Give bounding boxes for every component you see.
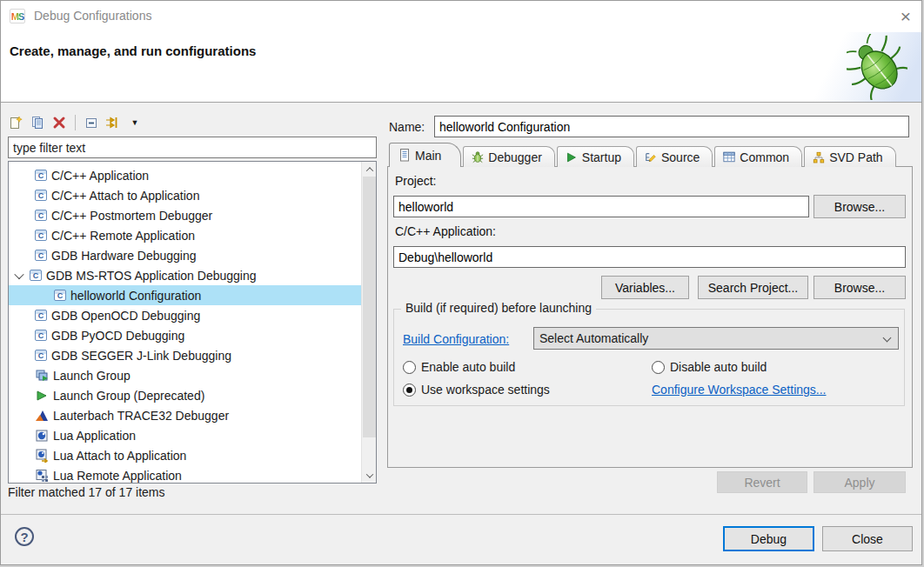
dialog-subtitle: Create, manage, and run configurations	[10, 43, 256, 58]
name-input[interactable]	[434, 116, 909, 137]
browse-project-button[interactable]: Browse...	[814, 195, 906, 218]
tree-item[interactable]: C/C++ Application	[9, 165, 361, 185]
lua-application-icon	[35, 429, 49, 443]
tree-item[interactable]: Lauterbach TRACE32 Debugger	[9, 405, 361, 425]
tree-scrollbar[interactable]	[361, 162, 376, 483]
c-config-icon	[35, 190, 47, 201]
tree-item[interactable]: C/C++ Attach to Application	[9, 185, 361, 205]
lauterbach-trace32-icon	[35, 409, 49, 423]
c-config-icon	[30, 270, 42, 281]
filter-configurations-icon[interactable]	[105, 115, 121, 130]
toolbar-menu-dropdown-icon[interactable]: ▼	[127, 115, 143, 130]
revert-button[interactable]: Revert	[717, 471, 807, 493]
app-ms-icon: MS	[10, 9, 25, 23]
tree-item[interactable]: C/C++ Remote Application	[9, 225, 361, 245]
c-config-icon	[35, 170, 47, 181]
scrollbar-thumb[interactable]	[363, 177, 376, 437]
dialog-header: Create, manage, and run configurations	[1, 32, 921, 103]
tree-item-selected[interactable]: helloworld Configuration	[9, 285, 361, 305]
c-config-icon	[35, 350, 47, 361]
scroll-down-icon[interactable]	[362, 468, 377, 483]
browse-application-button[interactable]: Browse...	[814, 276, 906, 299]
c-config-icon	[35, 310, 47, 321]
enable-auto-build-radio[interactable]	[403, 361, 416, 374]
tree-item[interactable]: GDB PyOCD Debugging	[9, 325, 361, 345]
tree-item[interactable]: Lua Attach to Application	[9, 445, 361, 465]
c-config-icon	[35, 230, 47, 241]
new-configuration-icon[interactable]	[8, 115, 23, 130]
lua-remote-icon	[35, 469, 49, 483]
toolbar-separator	[75, 115, 76, 130]
launch-group-icon	[35, 369, 49, 383]
variables-button[interactable]: Variables...	[601, 276, 689, 299]
expander-chevron-icon[interactable]	[14, 269, 23, 278]
delete-configuration-icon[interactable]	[51, 115, 67, 130]
c-config-icon	[35, 330, 47, 341]
application-label: C/C++ Application:	[395, 224, 496, 238]
project-label: Project:	[395, 174, 436, 188]
project-input[interactable]	[393, 196, 809, 217]
search-project-button[interactable]: Search Project...	[698, 276, 808, 299]
duplicate-configuration-icon[interactable]	[30, 115, 45, 130]
scroll-up-icon[interactable]	[362, 162, 377, 177]
debug-configurations-dialog: MS Debug Configurations × Create, manage…	[0, 0, 922, 565]
dialog-footer: ? Debug Close	[1, 514, 921, 565]
table-icon	[722, 150, 735, 163]
enable-auto-build-option[interactable]: Enable auto build	[403, 360, 515, 374]
configurations-tree: C/C++ Application C/C++ Attach to Applic…	[8, 161, 377, 484]
tree-item[interactable]: GDB SEGGER J-Link Debugging	[9, 345, 361, 365]
tree-item[interactable]: GDB MS-RTOS Application Debugging	[9, 265, 361, 285]
configurations-toolbar: ▼	[8, 111, 143, 134]
tree-item[interactable]: Launch Group	[9, 365, 361, 385]
tree-item[interactable]: GDB Hardware Debugging	[9, 245, 361, 265]
main-tab-content: Project: Browse... C/C++ Application: Va…	[387, 166, 913, 468]
tree-item[interactable]: Lua Application	[9, 425, 361, 445]
play-icon	[565, 150, 578, 163]
build-group-title: Build (if required) before launching	[401, 301, 596, 315]
application-input[interactable]	[393, 246, 906, 268]
tab-debugger[interactable]: Debugger	[463, 146, 555, 167]
configure-workspace-settings-link[interactable]: Configure Workspace Settings...	[652, 383, 827, 397]
source-pencil-icon	[644, 150, 657, 163]
tab-main[interactable]: Main	[389, 143, 461, 167]
collapse-all-icon[interactable]	[84, 115, 99, 130]
filter-match-status: Filter matched 17 of 17 items	[8, 485, 165, 499]
config-tabs: Main Debugger Startup Source Common SVD …	[389, 143, 898, 167]
tree-item[interactable]: C/C++ Postmortem Debugger	[9, 205, 361, 225]
debug-bug-icon	[847, 34, 907, 100]
build-configuration-link[interactable]: Build Configuration:	[403, 332, 509, 346]
lua-attach-icon	[35, 449, 49, 463]
tree-item[interactable]: Lua Remote Application	[9, 465, 361, 484]
disable-auto-build-option[interactable]: Disable auto build	[652, 360, 767, 374]
c-config-icon	[35, 210, 47, 221]
debug-button[interactable]: Debug	[723, 526, 814, 551]
c-config-icon	[35, 250, 47, 261]
c-config-icon	[54, 290, 66, 301]
launch-group-deprecated-icon	[35, 389, 49, 403]
filter-input[interactable]	[8, 137, 377, 158]
build-before-launch-group: Build (if required) before launching Bui…	[393, 309, 905, 406]
tab-common[interactable]: Common	[714, 146, 802, 167]
bug-icon	[471, 150, 484, 163]
chevron-down-icon	[883, 334, 892, 343]
tree-item[interactable]: Launch Group (Deprecated)	[9, 385, 361, 405]
close-button[interactable]: Close	[822, 526, 913, 551]
tab-startup[interactable]: Startup	[557, 146, 634, 167]
use-workspace-settings-radio[interactable]	[403, 384, 416, 397]
tab-source[interactable]: Source	[636, 146, 713, 167]
build-configuration-select[interactable]: Select Automatically	[533, 327, 899, 350]
page-icon	[398, 149, 411, 162]
tab-svd-path[interactable]: SVD Path	[804, 146, 895, 167]
banner-gradient	[808, 32, 921, 102]
title-bar: MS Debug Configurations ×	[1, 1, 921, 32]
sitemap-icon	[812, 150, 825, 163]
tree-item[interactable]: GDB OpenOCD Debugging	[9, 305, 361, 325]
use-workspace-settings-option[interactable]: Use workspace settings	[403, 383, 550, 397]
window-title: Debug Configurations	[34, 9, 151, 23]
disable-auto-build-radio[interactable]	[652, 361, 665, 374]
window-close-icon[interactable]: ×	[901, 5, 911, 28]
apply-button[interactable]: Apply	[814, 471, 906, 493]
name-label: Name:	[389, 120, 425, 134]
help-button[interactable]: ?	[15, 527, 34, 546]
